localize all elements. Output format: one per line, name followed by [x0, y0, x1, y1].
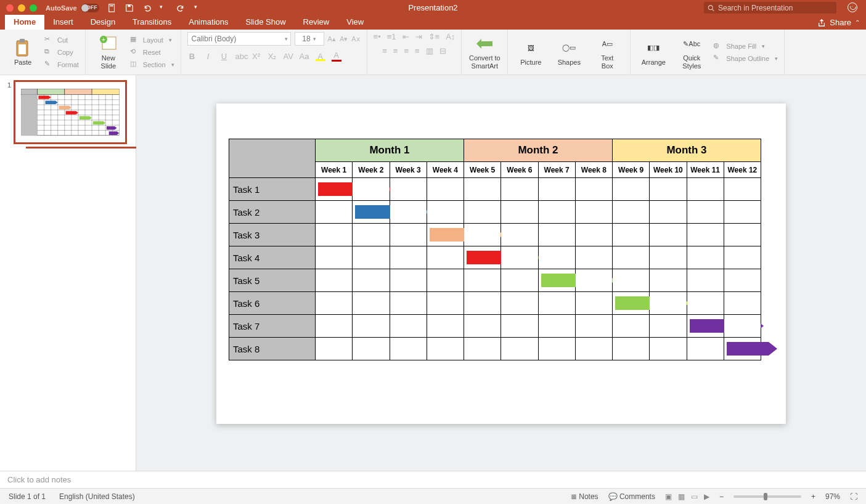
week-header: Week 10 — [650, 162, 687, 178]
gantt-cell — [501, 292, 538, 315]
gantt-cell — [427, 338, 464, 360]
minimize-window-button[interactable] — [18, 4, 25, 12]
layout-button[interactable]: ▦Layout — [130, 35, 174, 45]
align-left-button[interactable]: ≡ — [382, 46, 387, 55]
line-spacing-button[interactable]: ⇕≡ — [428, 32, 440, 41]
columns-button[interactable]: ▥ — [426, 46, 433, 55]
feedback-icon[interactable] — [848, 2, 857, 12]
font-name-select[interactable]: Calibri (Body)▾ — [187, 32, 291, 46]
share-button[interactable]: Share ⌃ — [817, 18, 860, 27]
gantt-cell — [613, 315, 650, 338]
convert-smartart-button[interactable]: Convert to SmartArt — [468, 35, 501, 69]
notes-pane[interactable]: Click to add notes — [0, 471, 866, 488]
increase-font-icon[interactable]: A▴ — [328, 35, 336, 43]
section-button[interactable]: ◫Section — [130, 60, 174, 70]
search-input[interactable] — [718, 4, 833, 12]
shape-outline-button[interactable]: ✎Shape Outline — [713, 54, 778, 63]
gantt-cell — [538, 315, 575, 338]
search-box[interactable] — [704, 2, 836, 14]
strike-button[interactable]: abc — [235, 52, 245, 61]
autosave-switch[interactable]: OFF — [81, 4, 99, 12]
align-right-button[interactable]: ≡ — [404, 46, 409, 55]
subscript-button[interactable]: X₂ — [268, 52, 277, 61]
underline-button[interactable]: U — [219, 52, 229, 61]
gantt-cell — [538, 178, 575, 201]
share-chevron-icon: ⌃ — [855, 19, 860, 26]
gantt-cell — [724, 292, 761, 315]
paste-button[interactable]: Paste — [6, 39, 39, 66]
save-icon[interactable] — [125, 4, 134, 12]
format-painter-button[interactable]: ✎Format — [44, 60, 79, 70]
undo-dropdown-icon[interactable]: ▾ — [160, 4, 168, 12]
zoom-percent[interactable]: 97% — [825, 492, 840, 501]
justify-button[interactable]: ≡ — [415, 46, 420, 55]
font-size-select[interactable]: 18▾ — [295, 32, 324, 46]
indent-button[interactable]: ⇥ — [415, 32, 422, 41]
gantt-cell — [390, 338, 427, 360]
undo-icon[interactable] — [142, 4, 151, 12]
bullets-button[interactable]: ≡• — [374, 32, 381, 41]
close-window-button[interactable] — [6, 4, 14, 12]
highlight-button[interactable]: A — [316, 52, 325, 61]
task-name: Task 7 — [229, 315, 316, 338]
font-color-button[interactable]: A — [332, 51, 341, 62]
slide-1[interactable]: Month 1Month 2Month 3Week 1Week 2Week 3W… — [216, 104, 786, 424]
month-header: Month 1 — [316, 139, 464, 162]
arrange-button[interactable]: ◧◨Arrange — [637, 39, 670, 66]
decrease-font-icon[interactable]: A▾ — [340, 35, 348, 43]
maximize-window-button[interactable] — [30, 4, 37, 12]
fit-to-window-icon[interactable]: ⛶ — [850, 492, 857, 501]
svg-marker-41 — [59, 106, 71, 110]
shape-fill-button[interactable]: ◍Shape Fill — [713, 41, 778, 51]
autosave-toggle[interactable]: AutoSave OFF — [46, 4, 99, 12]
tab-animations[interactable]: Animations — [180, 15, 237, 30]
slide-canvas-area[interactable]: Month 1Month 2Month 3Week 1Week 2Week 3W… — [136, 75, 866, 471]
normal-view-icon[interactable]: ▣ — [665, 492, 672, 501]
change-case-button[interactable]: Aa — [300, 52, 309, 61]
tab-review[interactable]: Review — [295, 15, 338, 30]
reading-view-icon[interactable]: ▭ — [691, 492, 698, 501]
clear-format-icon[interactable]: Aⅹ — [351, 35, 360, 43]
new-slide-button[interactable]: + New Slide — [92, 35, 125, 69]
week-header: Week 5 — [464, 162, 501, 178]
text-direction-button[interactable]: A↕ — [446, 32, 455, 41]
gantt-cell — [650, 292, 687, 315]
tab-home[interactable]: Home — [5, 15, 44, 30]
redo-icon[interactable] — [177, 4, 186, 12]
tab-design[interactable]: Design — [82, 15, 124, 30]
zoom-slider[interactable] — [733, 495, 801, 498]
notes-toggle[interactable]: ≣ Notes — [571, 492, 598, 501]
quick-styles-button[interactable]: ✎AbcQuick Styles — [675, 35, 708, 69]
gantt-cell — [390, 269, 427, 292]
cut-label: Cut — [57, 36, 68, 44]
textbox-button[interactable]: A▭Text Box — [590, 35, 624, 69]
qat-customize-icon[interactable]: ▾ — [194, 4, 203, 12]
bold-button[interactable]: B — [187, 52, 197, 61]
numbering-button[interactable]: ≡1 — [387, 32, 396, 41]
char-spacing-button[interactable]: AV — [284, 52, 293, 61]
align-text-button[interactable]: ⊟ — [439, 46, 446, 55]
picture-button[interactable]: 🖼Picture — [514, 39, 547, 66]
sorter-view-icon[interactable]: ▦ — [678, 492, 685, 501]
tab-insert[interactable]: Insert — [44, 15, 82, 30]
zoom-in-button[interactable]: + — [811, 492, 815, 501]
align-center-button[interactable]: ≡ — [393, 46, 398, 55]
outdent-button[interactable]: ⇤ — [402, 32, 409, 41]
tab-transitions[interactable]: Transitions — [124, 15, 180, 30]
clipboard-icon — [15, 39, 31, 57]
language-indicator[interactable]: English (United States) — [59, 492, 135, 501]
slide-thumbnail-1[interactable] — [15, 81, 126, 143]
shapes-button[interactable]: ◯▭Shapes — [552, 39, 586, 66]
file-icon[interactable] — [108, 4, 116, 12]
tab-slideshow[interactable]: Slide Show — [237, 15, 295, 30]
slideshow-view-icon[interactable]: ▶ — [704, 492, 709, 501]
superscript-button[interactable]: X² — [251, 52, 261, 61]
reset-button[interactable]: ⟲Reset — [130, 47, 174, 57]
cut-button[interactable]: ✂Cut — [44, 35, 79, 45]
zoom-out-button[interactable]: − — [719, 492, 724, 501]
copy-button[interactable]: ⧉Copy — [44, 47, 79, 57]
gantt-cell — [316, 315, 353, 338]
tab-view[interactable]: View — [338, 15, 372, 30]
italic-button[interactable]: I — [203, 52, 213, 61]
comments-toggle[interactable]: 💬 Comments — [608, 492, 655, 501]
